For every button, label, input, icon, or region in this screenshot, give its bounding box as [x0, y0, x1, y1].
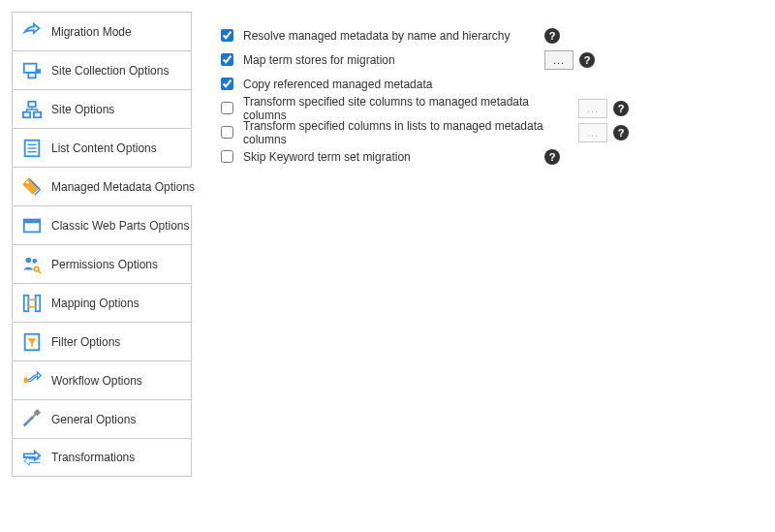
checkbox-transform-list-columns[interactable]	[221, 126, 233, 139]
sidebar-item-permissions-options[interactable]: Permissions Options	[12, 244, 192, 283]
ellipsis-button-transform-site-columns[interactable]: ...	[578, 99, 607, 118]
svg-rect-4	[23, 111, 30, 117]
webparts-icon	[20, 214, 44, 237]
sidebar-item-general-options[interactable]: General Options	[12, 399, 192, 438]
checkbox-skip-keyword-term-set[interactable]	[221, 150, 233, 163]
sidebar-item-mapping-options[interactable]: Mapping Options	[12, 283, 192, 322]
svg-rect-0	[24, 63, 37, 72]
option-skip-keyword-term-set: Skip Keyword term set migration ?	[221, 144, 744, 169]
sidebar-item-label: Site Collection Options	[51, 64, 169, 78]
svg-rect-1	[28, 72, 35, 78]
option-label: Resolve managed metadata by name and hie…	[243, 29, 511, 43]
arrow-icon	[20, 20, 44, 44]
site-options-icon	[20, 98, 44, 121]
svg-point-10	[26, 181, 29, 184]
help-icon[interactable]: ?	[544, 28, 560, 44]
sidebar-item-site-options[interactable]: Site Options	[12, 89, 192, 128]
workflow-icon	[20, 369, 44, 392]
svg-rect-2	[36, 69, 41, 74]
sidebar-item-label: Mapping Options	[51, 297, 140, 310]
ellipsis-button-transform-list-columns[interactable]: ...	[578, 123, 607, 142]
help-icon[interactable]: ?	[579, 52, 595, 68]
svg-point-14	[32, 259, 37, 264]
ellipsis-button-map-term-stores[interactable]: ...	[544, 50, 574, 70]
sidebar: Migration Mode Site Collection Options S…	[12, 12, 192, 520]
site-collection-icon	[20, 59, 44, 82]
sidebar-item-label: Migration Mode	[51, 25, 132, 39]
option-label: Copy referenced managed metadata	[243, 78, 432, 91]
option-label: Skip Keyword term set migration	[243, 150, 411, 164]
sidebar-item-site-collection-options[interactable]: Site Collection Options	[12, 50, 192, 89]
svg-rect-16	[24, 295, 29, 311]
transformations-icon	[20, 446, 44, 469]
option-transform-list-columns: Transform specified columns in lists to …	[221, 120, 744, 144]
sidebar-item-label: Filter Options	[51, 335, 120, 349]
checkbox-transform-site-columns[interactable]	[221, 102, 233, 114]
tag-icon	[20, 175, 44, 199]
sidebar-item-label: Transformations	[51, 451, 135, 464]
sidebar-item-label: Classic Web Parts Options	[51, 219, 190, 233]
help-icon[interactable]: ?	[613, 101, 629, 116]
sidebar-item-label: Workflow Options	[51, 374, 142, 388]
sidebar-item-label: Site Options	[51, 103, 114, 116]
mapping-icon	[20, 292, 44, 315]
sidebar-item-classic-webparts-options[interactable]: Classic Web Parts Options	[12, 205, 192, 244]
sidebar-item-transformations[interactable]: Transformations	[12, 438, 192, 477]
sidebar-item-list-content-options[interactable]: List Content Options	[12, 128, 192, 167]
option-map-term-stores: Map term stores for migration ... ?	[221, 47, 744, 72]
tools-icon	[20, 408, 44, 431]
option-copy-referenced-metadata: Copy referenced managed metadata	[221, 72, 744, 96]
sidebar-item-workflow-options[interactable]: Workflow Options	[12, 360, 192, 399]
sidebar-item-migration-mode[interactable]: Migration Mode	[12, 12, 192, 50]
option-resolve-managed-metadata: Resolve managed metadata by name and hie…	[221, 23, 744, 47]
option-label: Transform specified site columns to mana…	[243, 95, 573, 122]
svg-point-13	[26, 257, 31, 263]
sidebar-item-label: Managed Metadata Options	[51, 180, 195, 194]
sidebar-item-label: General Options	[51, 413, 136, 426]
sidebar-item-label: Permissions Options	[51, 258, 158, 271]
svg-rect-3	[28, 101, 35, 107]
sidebar-item-filter-options[interactable]: Filter Options	[12, 322, 192, 360]
svg-point-15	[34, 266, 39, 271]
filter-icon	[20, 330, 44, 354]
option-label: Transform specified columns in lists to …	[243, 119, 573, 146]
checkbox-map-term-stores[interactable]	[221, 53, 233, 66]
options-panel: Resolve managed metadata by name and hie…	[192, 12, 763, 520]
permissions-icon	[20, 253, 44, 276]
svg-rect-17	[36, 295, 41, 311]
help-icon[interactable]: ?	[544, 149, 560, 165]
checkbox-resolve-managed-metadata[interactable]	[221, 29, 233, 42]
sidebar-item-label: List Content Options	[51, 141, 157, 155]
svg-rect-12	[24, 219, 41, 223]
option-transform-site-columns: Transform specified site columns to mana…	[221, 96, 744, 120]
svg-rect-5	[34, 111, 41, 117]
checkbox-copy-referenced-metadata[interactable]	[221, 78, 233, 90]
sidebar-item-managed-metadata-options[interactable]: Managed Metadata Options	[12, 167, 192, 205]
help-icon[interactable]: ?	[613, 125, 629, 141]
option-label: Map term stores for migration	[243, 53, 395, 67]
list-icon	[20, 137, 44, 160]
